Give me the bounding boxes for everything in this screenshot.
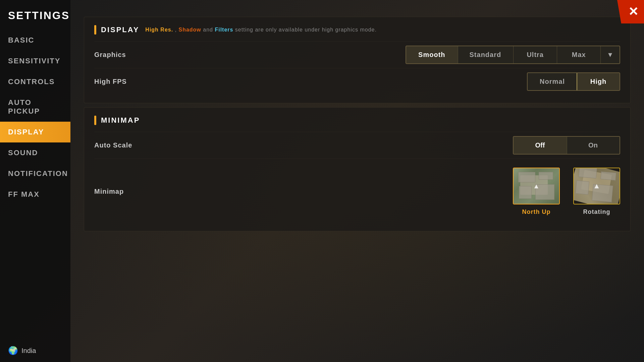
sidebar-footer: 🌍 India [0,339,70,362]
high-fps-label: High FPS [94,78,195,85]
note-shadow: Shadow [178,27,201,33]
app-title: SETTINGS [0,0,70,30]
minimap-north-up-option[interactable]: North Up [513,168,560,216]
sidebar-item-basic[interactable]: BASIC [0,30,70,51]
chevron-down-icon: ▼ [607,51,613,59]
auto-scale-on-btn[interactable]: On [567,137,620,154]
minimap-rotating-label: Rotating [583,208,610,216]
minimap-label: Minimap [94,188,195,195]
minimap-section-accent [94,116,96,125]
fps-btn-group: Normal High [527,72,620,91]
map-building-2 [539,172,553,180]
note-sep1: , [173,27,178,33]
graphics-smooth-btn[interactable]: Smooth [406,46,458,64]
globe-icon: 🌍 [8,346,18,355]
rot-map-building-1 [579,168,597,178]
graphics-row: Graphics Smooth Standard Ultra Max ▼ [94,41,620,68]
sidebar-item-controls[interactable]: CONTROLS [0,71,70,92]
graphics-ultra-btn[interactable]: Ultra [514,46,557,63]
high-fps-controls: Normal High [195,72,620,91]
map-building-3 [519,186,532,199]
fps-high-btn[interactable]: High [577,72,620,91]
display-section-title: DISPLAY [101,25,139,34]
main-content: ✕ DISPLAY High Res. , Shadow and Filters… [70,0,644,362]
sidebar-item-display[interactable]: DISPLAY [0,122,70,142]
fps-normal-btn[interactable]: Normal [528,73,577,90]
auto-scale-row: Auto Scale Off On [94,132,620,159]
sidebar-item-notification[interactable]: NOTIFICATION [0,163,70,184]
graphics-btn-group: Smooth Standard Ultra Max ▼ [406,46,620,64]
minimap-option-controls: North Up [195,164,620,219]
auto-scale-toggle-group: Off On [513,136,620,155]
graphics-standard-btn[interactable]: Standard [458,46,514,63]
section-accent [94,25,96,35]
rot-map-building-2 [600,172,616,181]
rot-map-building-4 [592,184,613,202]
region-label: India [21,347,36,355]
graphics-controls: Smooth Standard Ultra Max ▼ [195,46,620,64]
sidebar: SETTINGS BASIC SENSITIVITY CONTROLS AUTO… [0,0,70,362]
map-building-1 [518,172,536,183]
note-high-res: High Res. [145,27,173,33]
minimap-north-up-label: North Up [522,208,551,216]
minimap-north-up-thumbnail [513,168,560,204]
display-section: DISPLAY High Res. , Shadow and Filters s… [84,17,631,103]
sidebar-item-sensitivity[interactable]: SENSITIVITY [0,51,70,71]
graphics-max-btn[interactable]: Max [557,46,601,63]
sidebar-item-ff-max[interactable]: FF MAX [0,184,70,205]
north-up-map-visual [514,168,559,204]
auto-scale-off-btn[interactable]: Off [513,136,567,155]
auto-scale-controls: Off On [195,136,620,155]
rotating-map-visual [574,168,620,204]
sidebar-nav: BASIC SENSITIVITY CONTROLS AUTO PICKUP D… [0,30,70,339]
graphics-label: Graphics [94,51,195,59]
rot-map-building-3 [575,180,589,195]
note-filters: Filters [215,27,233,33]
sidebar-item-auto-pickup[interactable]: AUTO PICKUP [0,92,70,122]
app-container: SETTINGS BASIC SENSITIVITY CONTROLS AUTO… [0,0,644,362]
note-suffix: setting are only available under high gr… [233,27,376,33]
minimap-section: MINIMAP Auto Scale Off On Minimap [84,107,631,231]
close-icon: ✕ [628,5,638,19]
note-connector: and [201,27,215,33]
minimap-row: Minimap [94,159,620,223]
map-building-4 [535,184,554,200]
sidebar-item-sound[interactable]: SOUND [0,142,70,163]
minimap-section-header: MINIMAP [94,116,620,125]
minimap-rotating-thumbnail [573,168,620,204]
display-section-note: High Res. , Shadow and Filters setting a… [145,27,377,33]
close-button[interactable]: ✕ [617,0,644,23]
display-section-header: DISPLAY High Res. , Shadow and Filters s… [94,25,620,35]
minimap-rotating-option[interactable]: Rotating [573,168,620,216]
minimap-options: North Up [513,164,620,219]
minimap-rotating-inner [574,168,620,204]
high-fps-row: High FPS Normal High [94,68,620,95]
auto-scale-label: Auto Scale [94,141,195,149]
minimap-north-up-inner [514,168,559,204]
minimap-section-title: MINIMAP [101,116,140,125]
graphics-dropdown-btn[interactable]: ▼ [601,46,620,63]
